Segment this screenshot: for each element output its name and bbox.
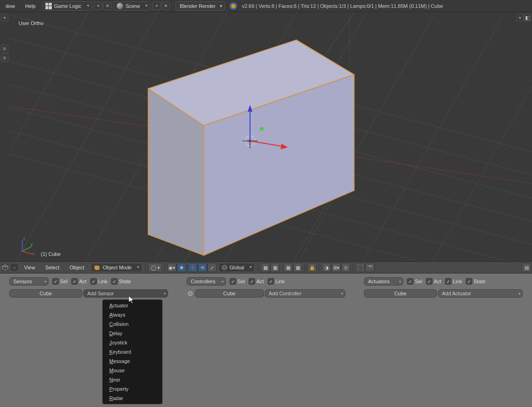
svg-line-1 bbox=[22, 247, 31, 251]
menu-object[interactable]: Object bbox=[65, 263, 89, 272]
menu-item-property[interactable]: Property bbox=[103, 384, 162, 394]
orientation-dd[interactable]: Global bbox=[219, 263, 255, 272]
cube-icon bbox=[2, 264, 8, 271]
actuators-cube-btn[interactable]: Cube bbox=[364, 289, 437, 298]
close-btn-2[interactable]: ✕ bbox=[162, 2, 170, 10]
render-btn-2[interactable]: 🎬 bbox=[365, 263, 375, 272]
actuators-dd[interactable]: Actuators bbox=[364, 277, 403, 286]
add-sensor-btn[interactable]: Add Sensor bbox=[83, 289, 169, 298]
controllers-column: Controllers ✓Sel ✓Act ✓Link ⊙ Cube Add C… bbox=[187, 277, 345, 403]
scene-icon bbox=[117, 3, 123, 9]
manip-btn[interactable]: ✥ bbox=[177, 263, 186, 272]
snap-btn-2[interactable]: ⊞▾ bbox=[332, 263, 341, 272]
viewport-canvas[interactable] bbox=[9, 12, 532, 261]
sensors-state-check[interactable]: ✓ bbox=[111, 278, 118, 285]
menu-item-joystick[interactable]: Joystick bbox=[103, 338, 162, 347]
actuators-column: Actuators ✓Sel ✓Act ✓Link ✓State Cube Ad… bbox=[364, 277, 523, 403]
layer-btn-1[interactable]: ▦ bbox=[261, 263, 270, 272]
menu-item-actuator[interactable]: Actuator bbox=[103, 301, 162, 310]
sensors-sel-check[interactable]: ✓ bbox=[52, 278, 59, 285]
menu-window[interactable]: dow bbox=[1, 1, 19, 11]
sensors-cube-btn[interactable]: Cube bbox=[9, 289, 82, 298]
controllers-sel-check[interactable]: ✓ bbox=[230, 278, 236, 285]
svg-text:y: y bbox=[31, 242, 33, 247]
menu-item-mouse[interactable]: Mouse bbox=[103, 366, 162, 375]
separator bbox=[305, 263, 305, 272]
add-actuator-btn[interactable]: Add Actuator bbox=[438, 289, 523, 298]
3d-viewport[interactable]: + + ◧ ⊞ ⊞ User Ortho (1) Cube z y x bbox=[0, 12, 532, 261]
svg-line-43 bbox=[5, 266, 8, 267]
menu-select[interactable]: Select bbox=[41, 263, 64, 272]
menu-item-keyboard[interactable]: Keyboard bbox=[103, 347, 162, 356]
svg-point-35 bbox=[260, 127, 263, 131]
actuators-sel-check[interactable]: ✓ bbox=[407, 278, 413, 285]
menu-item-collision[interactable]: Collision bbox=[103, 319, 162, 329]
menu-item-radar[interactable]: Radar bbox=[103, 394, 162, 403]
actuators-link-check[interactable]: ✓ bbox=[445, 278, 451, 285]
side-tab-2[interactable]: ⊞ bbox=[1, 54, 8, 62]
logic-panel: Sensors ✓Sel ✓Act ✓Link ✓State Cube Add … bbox=[0, 273, 532, 407]
menu-help[interactable]: Help bbox=[20, 1, 40, 11]
render-btn-1[interactable]: 🎥 bbox=[356, 263, 365, 272]
sensors-act-check[interactable]: ✓ bbox=[71, 278, 78, 285]
properties-toggle-2[interactable]: ◧ bbox=[524, 14, 531, 21]
controllers-dot[interactable]: ⊙ bbox=[187, 290, 194, 297]
shading-dd[interactable]: ◯ ▾ bbox=[148, 263, 162, 272]
right-panel-btn[interactable]: ▤ bbox=[522, 263, 531, 272]
actuators-state-check[interactable]: ✓ bbox=[466, 278, 472, 285]
svg-line-14 bbox=[9, 12, 171, 261]
properties-toggle-1[interactable]: + bbox=[516, 14, 524, 21]
mode-label: Object Mode bbox=[103, 265, 131, 270]
rotate-btn[interactable]: ⟲ bbox=[198, 263, 207, 272]
stats-text: v2.69 | Verts:8 | Faces:6 | Tris:12 | Ob… bbox=[242, 3, 443, 9]
layer-btn-4[interactable]: ▦ bbox=[293, 263, 302, 272]
sensors-link-check[interactable]: ✓ bbox=[90, 278, 97, 285]
side-tab-1[interactable]: ⊞ bbox=[1, 45, 8, 53]
sensors-dd[interactable]: Sensors bbox=[9, 277, 49, 286]
collapse-btn[interactable]: ○ bbox=[10, 263, 19, 272]
orientation-label: Global bbox=[229, 265, 244, 270]
scale-btn[interactable]: ⤢ bbox=[207, 263, 217, 272]
svg-line-20 bbox=[403, 12, 532, 261]
plus-btn-1[interactable]: + bbox=[94, 2, 102, 10]
render-label: Blender Render bbox=[180, 3, 215, 9]
3d-header: ○ View Select Object Object Mode ◯ ▾ ◉▾ … bbox=[0, 261, 532, 273]
controllers-cube-btn[interactable]: Cube bbox=[195, 289, 264, 298]
controllers-act-check[interactable]: ✓ bbox=[249, 278, 255, 285]
layer-btn-2[interactable]: ▦ bbox=[270, 263, 280, 272]
toolshelf-toggle[interactable]: + bbox=[1, 14, 8, 21]
axes-gizmo: z y x bbox=[19, 236, 37, 255]
snap-btn-1[interactable]: ◑ bbox=[322, 263, 331, 272]
scene-label: Scene bbox=[125, 3, 140, 9]
svg-line-19 bbox=[333, 12, 519, 261]
layer-btn-3[interactable]: ▦ bbox=[283, 263, 293, 272]
separator bbox=[258, 263, 258, 272]
editor-type-dd-1[interactable]: Game Logic bbox=[42, 1, 92, 11]
persp-label: User Ortho bbox=[19, 20, 44, 26]
controllers-dd[interactable]: Controllers bbox=[187, 277, 226, 286]
render-engine-dd[interactable]: Blender Render bbox=[175, 1, 225, 11]
lock-btn[interactable]: 🔒 bbox=[307, 263, 317, 272]
scene-dd[interactable]: Scene bbox=[113, 1, 150, 11]
menu-view[interactable]: View bbox=[19, 263, 40, 272]
plus-btn-2[interactable]: + bbox=[152, 2, 161, 10]
grid-icon bbox=[45, 3, 52, 9]
menu-item-message[interactable]: Message bbox=[103, 356, 162, 366]
blender-logo-icon bbox=[230, 2, 237, 10]
svg-marker-44 bbox=[94, 265, 100, 270]
translate-btn[interactable] bbox=[188, 263, 197, 272]
add-controller-btn[interactable]: Add Controller bbox=[265, 289, 346, 298]
menu-item-always[interactable]: Always bbox=[103, 310, 162, 319]
controllers-link-check[interactable]: ✓ bbox=[268, 278, 274, 285]
globe-icon bbox=[222, 265, 227, 270]
snap-btn-3[interactable]: ⊙ bbox=[341, 263, 350, 272]
editor-type-icon[interactable] bbox=[1, 263, 9, 272]
menu-item-delay[interactable]: Delay bbox=[103, 329, 162, 338]
svg-text:z: z bbox=[23, 236, 25, 241]
close-btn-1[interactable]: ✕ bbox=[103, 2, 112, 10]
svg-line-42 bbox=[2, 266, 5, 267]
mode-dd[interactable]: Object Mode bbox=[91, 263, 142, 272]
menu-item-near[interactable]: Near bbox=[103, 375, 162, 384]
actuators-act-check[interactable]: ✓ bbox=[426, 278, 432, 285]
pivot-btn[interactable]: ◉▾ bbox=[167, 263, 176, 272]
